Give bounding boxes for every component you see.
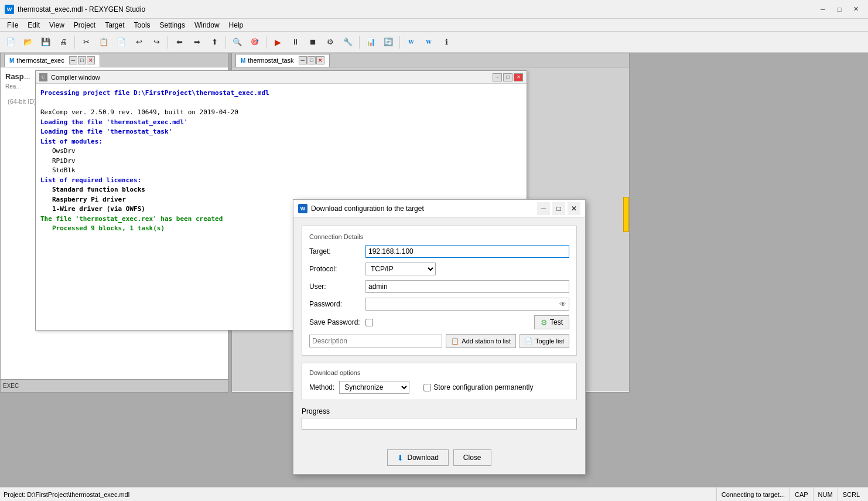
main-area: M thermostat_exec ─ □ ✕ Rasp... Rea... (… (0, 53, 868, 487)
menu-tools[interactable]: Tools (129, 20, 155, 30)
status-num: NUM (813, 488, 838, 502)
dialog-icon: W (298, 204, 307, 213)
toolbar-web[interactable]: 𝐖 (421, 34, 437, 50)
toolbar-pause[interactable]: ⏸ (287, 34, 303, 50)
status-connecting: Connecting to target... (716, 488, 790, 502)
close-button[interactable]: ✕ (848, 3, 863, 16)
toolbar-rexygen[interactable]: 𝐖 (403, 34, 419, 50)
toolbar-print[interactable]: 🖨 (55, 34, 71, 50)
tab-close-exec[interactable]: ✕ (87, 56, 95, 64)
compiler-minimize[interactable]: ─ (493, 73, 502, 81)
store-config-label[interactable]: Store configuration permanently (423, 383, 533, 391)
toolbar-save[interactable]: 💾 (37, 34, 54, 50)
tab-maximize-exec[interactable]: □ (78, 56, 86, 64)
save-password-checkbox[interactable] (365, 319, 373, 326)
toolbar-compile[interactable]: ⚙ (322, 34, 339, 50)
compiler-line-11: Standard function blocks (40, 185, 522, 195)
menu-edit[interactable]: Edit (23, 20, 45, 30)
compiler-maximize[interactable]: □ (503, 73, 512, 81)
toolbar-target[interactable]: 🎯 (247, 34, 263, 50)
compiler-line-2 (40, 98, 522, 108)
minimize-button[interactable]: ─ (815, 3, 831, 16)
tab-minimize-exec[interactable]: ─ (69, 56, 77, 64)
method-label: Method: (309, 383, 334, 391)
tab-thermostat-exec[interactable]: M thermostat_exec ─ □ ✕ (4, 54, 100, 67)
target-row: Target: (309, 245, 569, 258)
menu-bar: File Edit View Project Target Tools Sett… (0, 19, 868, 32)
toolbar-stop[interactable]: ⏹ (305, 34, 321, 50)
toolbar-cut[interactable]: ✂ (78, 34, 94, 50)
progress-label: Progress (302, 407, 577, 415)
compiler-close[interactable]: ✕ (514, 73, 523, 81)
user-input[interactable] (365, 280, 569, 293)
toolbar-up[interactable]: ⬆ (206, 34, 223, 50)
download-button-label: Download (407, 454, 438, 462)
menu-window[interactable]: Window (190, 20, 224, 30)
download-options-label: Download options (309, 369, 569, 376)
protocol-select[interactable]: TCP/IP UDP/IP (365, 263, 436, 275)
toolbar-redo[interactable]: ↪ (148, 34, 165, 50)
toolbar-info[interactable]: ℹ (438, 34, 454, 50)
toolbar-sep-5 (359, 36, 360, 49)
target-input[interactable] (365, 245, 569, 258)
toolbar-sep-6 (399, 36, 400, 49)
password-input[interactable] (365, 298, 569, 311)
dialog-body: Connection Details Target: Protocol: TCP… (293, 217, 585, 445)
menu-view[interactable]: View (45, 20, 69, 30)
dialog-maximize[interactable]: □ (552, 202, 565, 215)
add-station-button[interactable]: 📋 Add station to list (446, 334, 516, 348)
add-station-label: Add station to list (462, 338, 511, 345)
download-options-section: Download options Method: Synchronize Upl… (302, 363, 577, 400)
dialog-titlebar: W Download configuration to the target ─… (293, 200, 585, 217)
toolbar-refresh[interactable]: 🔄 (380, 34, 397, 50)
menu-help[interactable]: Help (224, 20, 248, 30)
app-title: thermostat_exec.mdl - REXYGEN Studio (18, 5, 815, 13)
store-config-checkbox[interactable] (423, 384, 431, 391)
toolbar-prev[interactable]: ⬅ (171, 34, 187, 50)
toolbar-open[interactable]: 📂 (20, 34, 36, 50)
toolbar-sep-1 (74, 36, 75, 49)
title-bar: W thermostat_exec.mdl - REXYGEN Studio ─… (0, 0, 868, 19)
menu-target[interactable]: Target (100, 20, 129, 30)
toggle-icon: 📄 (525, 338, 533, 345)
compiler-line-8: RPiDrv (40, 156, 522, 166)
toolbar-sep-3 (225, 36, 226, 49)
dialog-minimize[interactable]: ─ (537, 202, 550, 215)
gear-icon: ⚙ (541, 318, 548, 327)
tab-thermostat-task[interactable]: M thermostat_task ─ □ ✕ (235, 54, 330, 67)
download-button[interactable]: ⬇ Download (387, 449, 448, 466)
tab-minimize-task[interactable]: ─ (299, 56, 307, 64)
toolbar-zoom[interactable]: 🔍 (229, 34, 245, 50)
compiler-titlebar: C Compiler window ─ □ ✕ (36, 71, 527, 84)
toolbar-chart[interactable]: 📊 (363, 34, 379, 50)
tab-maximize-task[interactable]: □ (307, 56, 316, 64)
password-row: Password: 👁 (309, 298, 569, 311)
toolbar-paste[interactable]: 📄 (113, 34, 129, 50)
maximize-button[interactable]: □ (832, 3, 847, 16)
close-dialog-label: Close (463, 454, 481, 462)
description-input[interactable] (309, 335, 442, 347)
show-password-button[interactable]: 👁 (558, 299, 568, 309)
dialog-close[interactable]: ✕ (568, 202, 580, 215)
menu-settings[interactable]: Settings (155, 20, 190, 30)
menu-project[interactable]: Project (69, 20, 100, 30)
menu-file[interactable]: File (2, 20, 23, 30)
user-label: User: (309, 282, 362, 291)
tab-close-task[interactable]: ✕ (316, 56, 324, 64)
user-row: User: (309, 280, 569, 293)
close-dialog-button[interactable]: Close (453, 449, 491, 466)
status-cap: CAP (790, 488, 813, 502)
toolbar: 📄 📂 💾 🖨 ✂ 📋 📄 ↩ ↪ ⬅ ➡ ⬆ 🔍 🎯 ▶ ⏸ ⏹ ⚙ 🔧 📊 … (0, 32, 868, 53)
toolbar-undo[interactable]: ↩ (131, 34, 147, 50)
method-row: Method: Synchronize Upload Download Stor… (309, 381, 569, 394)
toolbar-new[interactable]: 📄 (2, 34, 19, 50)
toolbar-copy[interactable]: 📋 (95, 34, 112, 50)
compiler-line-10: List of required licences: (40, 176, 522, 186)
method-select[interactable]: Synchronize Upload Download (339, 381, 409, 394)
toolbar-deploy[interactable]: 🔧 (340, 34, 356, 50)
status-left-text: Project: D:\FirstProject\thermostat_exec… (4, 491, 716, 498)
test-button[interactable]: ⚙ Test (534, 315, 569, 329)
toolbar-build[interactable]: ▶ (269, 34, 286, 50)
toolbar-next[interactable]: ➡ (189, 34, 205, 50)
toggle-list-button[interactable]: 📄 Toggle list (520, 334, 569, 348)
